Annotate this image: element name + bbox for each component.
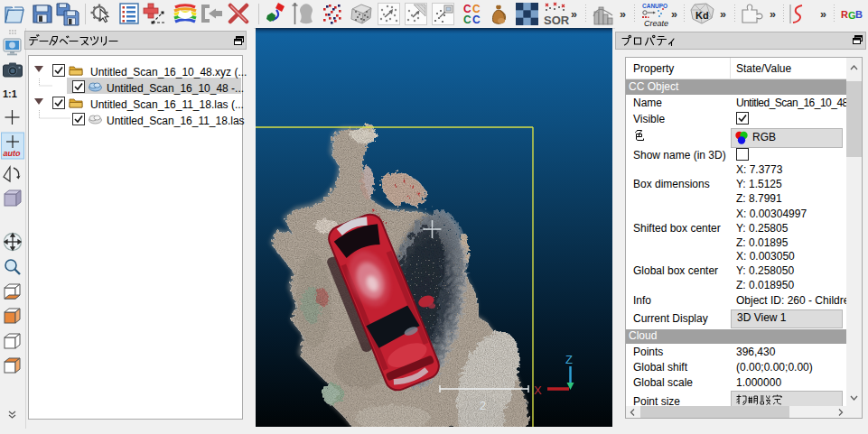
svg-text:auto: auto (4, 149, 22, 158)
svg-text:»: » (620, 8, 626, 21)
svg-text:Kd: Kd (695, 10, 709, 21)
svg-text:»: » (671, 8, 677, 21)
svg-text:C: C (463, 14, 471, 26)
svg-text:CANUPO: CANUPO (642, 3, 667, 9)
svg-text:Z: Z (565, 353, 573, 366)
svg-text:B: B (855, 9, 863, 20)
svg-text:1:1: 1:1 (3, 88, 17, 99)
svg-text:»: » (720, 8, 726, 21)
svg-text:C: C (472, 14, 481, 26)
svg-text:»: » (770, 8, 776, 21)
svg-text:»: » (820, 8, 826, 21)
svg-text:SOR: SOR (544, 14, 570, 27)
svg-text:»: » (571, 8, 577, 21)
svg-text:R: R (841, 9, 848, 20)
svg-text:2: 2 (480, 399, 486, 412)
svg-text:Create: Create (644, 19, 668, 28)
svg-text:X: X (534, 383, 542, 397)
